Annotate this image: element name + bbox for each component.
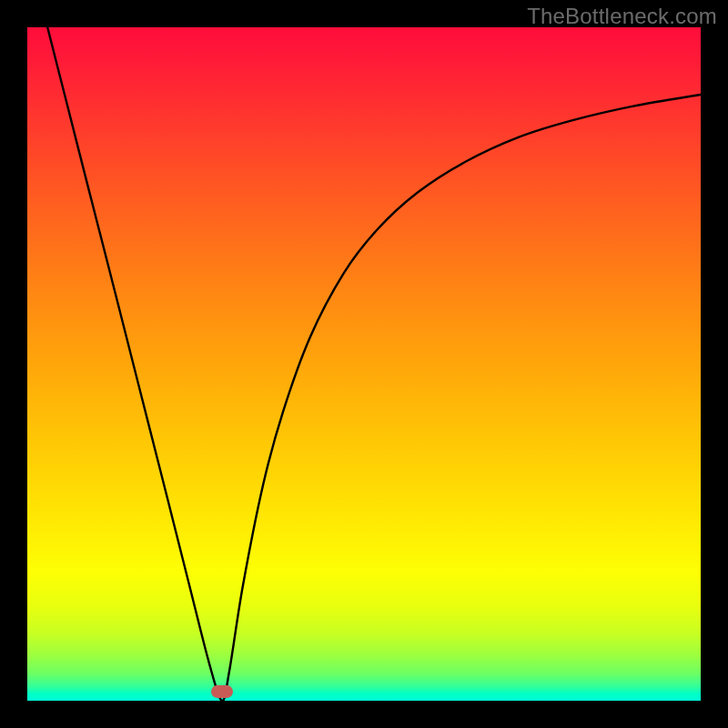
chart-frame: TheBottleneck.com — [0, 0, 728, 728]
optimal-point-marker — [211, 685, 233, 698]
watermark-text: TheBottleneck.com — [527, 4, 717, 29]
bottleneck-curve — [27, 27, 701, 701]
plot-area — [27, 27, 701, 701]
